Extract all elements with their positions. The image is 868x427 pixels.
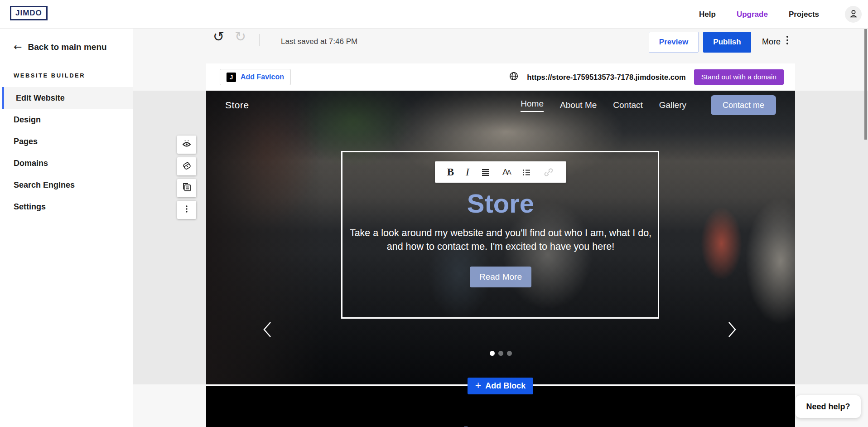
add-favicon-button[interactable]: J Add Favicon (220, 69, 291, 85)
add-block-label: Add Block (485, 381, 526, 391)
add-favicon-label: Add Favicon (241, 73, 284, 81)
sidebar-item-pages[interactable]: Pages (0, 131, 133, 152)
about-me-title: About Me (206, 422, 795, 427)
carousel-dot-2[interactable] (498, 351, 503, 356)
site-url[interactable]: https://store-1759513573-7178.jimdosite.… (527, 73, 685, 82)
more-button[interactable]: More (762, 37, 781, 47)
upgrade-link[interactable]: Upgrade (737, 10, 768, 19)
account-avatar[interactable] (845, 6, 862, 23)
sidebar: ← Back to main menu WEBSITE BUILDER Edit… (0, 29, 133, 427)
hero-body-text[interactable]: Take a look around my website and you'll… (347, 227, 655, 253)
nav-link-contact[interactable]: Contact (613, 100, 642, 110)
text-format-toolbar: B I AA (435, 161, 566, 183)
undo-icon[interactable]: ↺ (213, 30, 224, 44)
person-icon (849, 9, 858, 20)
publish-button[interactable]: Publish (703, 32, 751, 53)
carousel-dots (206, 351, 795, 356)
contact-me-button[interactable]: Contact me (711, 95, 776, 115)
website-preview: J Add Favicon https://store-1759513573-7… (206, 63, 795, 427)
style-pen-icon (181, 160, 193, 173)
help-link[interactable]: Help (699, 10, 716, 19)
site-nav-links: Home About Me Contact Gallery (521, 99, 686, 112)
header-nav: Help Upgrade Projects (699, 0, 819, 29)
nav-link-about-me[interactable]: About Me (560, 100, 597, 110)
back-arrow-icon: ← (14, 42, 22, 52)
preview-button[interactable]: Preview (649, 32, 699, 53)
style-block-button[interactable] (177, 157, 196, 175)
sidebar-item-settings[interactable]: Settings (0, 196, 133, 218)
sidebar-section-title: WEBSITE BUILDER (0, 52, 133, 79)
carousel-next-icon[interactable] (723, 320, 740, 340)
nav-link-gallery[interactable]: Gallery (659, 100, 686, 110)
list-icon[interactable] (521, 167, 531, 177)
eye-icon (181, 138, 192, 151)
add-block-button[interactable]: + Add Block (468, 378, 533, 394)
align-icon[interactable] (481, 167, 491, 177)
plus-icon: + (475, 380, 481, 391)
block-menu-button[interactable] (177, 201, 196, 219)
sidebar-menu: Edit Website Design Pages Domains Search… (0, 87, 133, 218)
font-style-icon[interactable]: AA (502, 167, 510, 177)
sidebar-item-domains[interactable]: Domains (0, 152, 133, 174)
projects-link[interactable]: Projects (789, 10, 819, 19)
toolbar-divider (259, 34, 260, 46)
hero-title[interactable]: Store (206, 188, 795, 218)
bold-icon[interactable]: B (447, 166, 454, 178)
link-icon[interactable] (543, 167, 554, 178)
duplicate-block-button[interactable] (177, 179, 196, 197)
copy-icon (181, 182, 192, 194)
hide-block-button[interactable] (177, 136, 196, 154)
carousel-dot-1[interactable] (490, 351, 495, 356)
site-logo[interactable]: Store (225, 100, 249, 111)
block-tools (177, 136, 196, 223)
jimdo-logo[interactable]: JIMDO (10, 6, 48, 20)
back-to-main-menu[interactable]: ← Back to main menu (0, 29, 133, 52)
more-kebab-icon[interactable] (786, 36, 788, 44)
site-navbar: Store Home About Me Contact Gallery Cont… (206, 91, 795, 120)
last-saved-status: Last saved at 7:46 PM (281, 37, 357, 46)
nav-link-home[interactable]: Home (521, 99, 544, 112)
sidebar-item-search-engines[interactable]: Search Engines (0, 174, 133, 196)
sidebar-item-design[interactable]: Design (0, 109, 133, 131)
app-header: JIMDO Help Upgrade Projects (0, 0, 868, 29)
preview-topbar: J Add Favicon https://store-1759513573-7… (206, 63, 795, 91)
favicon-placeholder-icon: J (227, 73, 236, 82)
globe-icon (509, 71, 519, 83)
page-scrollbar-thumb[interactable] (864, 29, 867, 140)
kebab-icon (181, 204, 192, 216)
site-url-group: https://store-1759513573-7178.jimdosite.… (509, 63, 784, 91)
jimdo-editor-page: JIMDO Help Upgrade Projects ← Back to ma… (0, 0, 868, 427)
read-more-button[interactable]: Read More (470, 267, 531, 287)
italic-icon[interactable]: I (466, 166, 469, 178)
carousel-dot-3[interactable] (507, 351, 512, 356)
domain-upsell-button[interactable]: Stand out with a domain (694, 69, 784, 85)
need-help-button[interactable]: Need help? (796, 395, 861, 418)
redo-icon[interactable]: ↻ (235, 30, 246, 44)
sidebar-item-edit-website[interactable]: Edit Website (2, 87, 133, 109)
hero-section: Store Home About Me Contact Gallery Cont… (206, 91, 795, 384)
carousel-prev-icon[interactable] (260, 320, 276, 340)
back-label: Back to main menu (28, 42, 106, 52)
